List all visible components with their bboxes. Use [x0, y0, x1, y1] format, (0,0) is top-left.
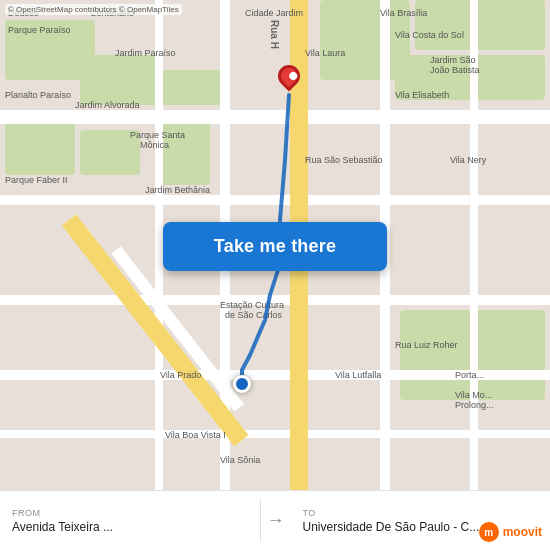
origin-marker — [233, 375, 251, 393]
marker-pin — [273, 60, 304, 91]
moovit-logo: m moovit — [479, 522, 542, 542]
from-value: Avenida Teixeira ... — [12, 520, 248, 534]
from-label: FROM — [12, 508, 248, 518]
arrow-icon: → — [261, 510, 291, 531]
from-section: FROM Avenida Teixeira ... — [0, 500, 261, 542]
take-me-there-label: Take me there — [214, 236, 336, 257]
bottom-bar: FROM Avenida Teixeira ... → TO Universid… — [0, 490, 550, 550]
marker-dot — [288, 70, 299, 81]
moovit-text: moovit — [503, 525, 542, 539]
to-label: TO — [303, 508, 539, 518]
moovit-icon: m — [479, 522, 499, 542]
destination-marker — [278, 65, 300, 95]
take-me-there-button[interactable]: Take me there — [163, 222, 387, 271]
map-container: Deuses Centenário Cidade Jardim Vila Bra… — [0, 0, 550, 490]
